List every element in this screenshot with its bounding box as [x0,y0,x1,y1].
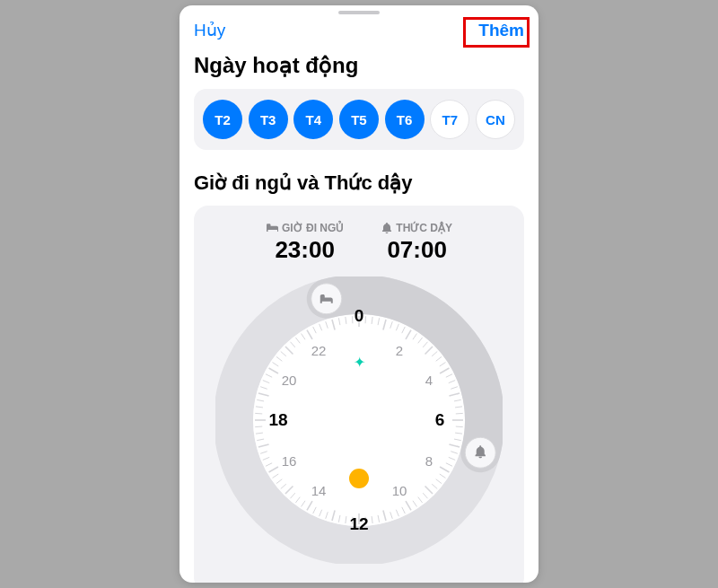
day-chip-t4[interactable]: T4 [293,100,333,139]
day-chip-t5[interactable]: T5 [339,100,379,139]
bedtime-label: GIỜ ĐI NGỦ [266,222,344,234]
svg-line-73 [255,426,262,427]
hour-14: 14 [311,482,327,497]
wake-block: THỨC DẬY 07:00 [381,222,452,264]
sleep-schedule-modal: Hủy Thêm Ngày hoạt động T2T3T4T5T6T7CN G… [180,5,538,583]
sparkle-icon: ✦ [354,354,365,371]
day-chip-t7[interactable]: T7 [430,100,469,139]
hour-6: 6 [435,410,445,430]
svg-line-75 [255,413,262,414]
hour-20: 20 [282,373,297,388]
clock-section: Giờ đi ngủ và Thức dậy GIỜ ĐI NGỦ 23:00 … [180,171,538,583]
hour-18: 18 [268,410,287,430]
hour-12: 12 [349,514,368,534]
hour-10: 10 [392,482,407,497]
clock-header: GIỜ ĐI NGỦ 23:00 THỨC DẬY 07:00 [208,222,510,264]
wake-label: THỨC DẬY [381,222,452,234]
clock-card: GIỜ ĐI NGỦ 23:00 THỨC DẬY 07:00 [194,206,524,583]
hour-22: 22 [311,343,327,358]
bedtime-block: GIỜ ĐI NGỦ 23:00 [266,222,344,264]
nav-bar: Hủy Thêm [180,14,538,48]
wake-handle[interactable] [465,437,495,468]
svg-line-27 [456,426,463,427]
days-picker-row: T2T3T4T5T6T7CN [194,89,524,150]
bedtime-handle[interactable] [311,284,342,314]
hour-0: 0 [355,306,364,326]
wake-value: 07:00 [381,236,452,264]
hour-4: 4 [425,373,433,388]
hour-2: 2 [396,343,403,358]
add-button[interactable]: Thêm [478,21,524,40]
day-chip-t3[interactable]: T3 [249,100,288,139]
active-days-section: Ngày hoạt động T2T3T4T5T6T7CN [180,53,538,150]
days-title: Ngày hoạt động [194,53,524,78]
bed-icon [266,224,278,233]
clock-title: Giờ đi ngủ và Thức dậy [194,171,524,195]
bell-icon [381,223,392,233]
day-chip-t2[interactable]: T2 [203,100,242,139]
sleep-dial[interactable]: ✦ 0246810121416182022 [215,276,503,564]
sun-icon [351,470,367,487]
cancel-button[interactable]: Hủy [194,20,225,40]
hour-8: 8 [425,453,433,469]
svg-line-97 [352,316,353,323]
day-chip-t6[interactable]: T6 [385,100,425,139]
svg-line-3 [365,316,366,323]
svg-line-25 [456,413,463,414]
hour-16: 16 [282,453,297,469]
day-chip-cn[interactable]: CN [476,100,515,139]
bedtime-value: 23:00 [266,236,344,264]
